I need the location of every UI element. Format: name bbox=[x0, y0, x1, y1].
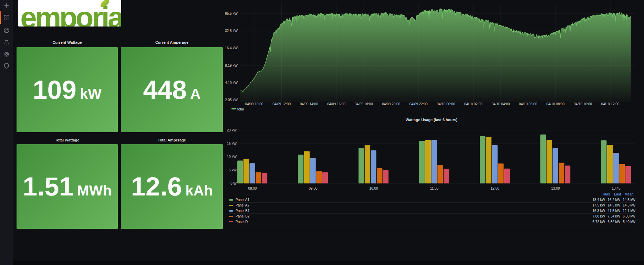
bar-panel-d[interactable] bbox=[444, 169, 449, 184]
bar-chart-title[interactable]: Wattage Usage (last 6 hours) bbox=[223, 118, 640, 122]
gear-icon bbox=[3, 51, 10, 58]
panel-title-total-wattage[interactable]: Total Wattage bbox=[17, 138, 118, 143]
bar-y-axis: 0 W5 kW10 kW15 kW20 kW bbox=[227, 128, 237, 186]
dashboard: emporia Current Wattage Current Amperage… bbox=[0, 0, 644, 265]
series-mean: 6.38 kW bbox=[620, 214, 635, 218]
bar-panel-b1[interactable] bbox=[432, 140, 437, 183]
bar-panel-b2[interactable] bbox=[316, 171, 322, 183]
legend-row-panel-a1[interactable]: Panel A118.4 kW16.2 kW14.5 kW bbox=[229, 197, 635, 202]
svg-text:13:00: 13:00 bbox=[551, 187, 560, 190]
bar-chart[interactable]: 0 W5 kW10 kW15 kW20 kW08:0009:0010:0011:… bbox=[223, 123, 640, 191]
bar-panel-d[interactable] bbox=[262, 173, 267, 183]
series-swatch bbox=[229, 210, 233, 212]
svg-text:04/10 04:00: 04/10 04:00 bbox=[491, 102, 510, 106]
legend-sort-last[interactable]: Last bbox=[614, 192, 625, 196]
stat-panel-total-amperage: 12.6kAh bbox=[121, 144, 223, 229]
bar-panel-b2[interactable] bbox=[377, 168, 382, 183]
bar-panel-a2[interactable] bbox=[607, 145, 613, 183]
series-swatch bbox=[229, 205, 233, 206]
logo-panel: emporia bbox=[18, 0, 121, 26]
sidebar-item-admin[interactable] bbox=[0, 61, 13, 71]
bar-panel-a1[interactable] bbox=[359, 148, 364, 183]
timeseries-chart[interactable]: 65.5 kW32.8 kW16.4 kW8.19 kW4.10 kW2.05 … bbox=[223, 0, 640, 114]
bar-panel-a1[interactable] bbox=[237, 161, 243, 184]
logo-text-1: empor bbox=[20, 1, 101, 26]
svg-text:08:00: 08:00 bbox=[248, 187, 257, 190]
series-name: Panel D bbox=[236, 220, 590, 224]
svg-text:04/09 14:00: 04/09 14:00 bbox=[300, 102, 318, 106]
bar-panel-a2[interactable] bbox=[486, 137, 491, 183]
sidebar-item-create[interactable] bbox=[0, 1, 13, 10]
svg-text:8.19 kW: 8.19 kW bbox=[225, 64, 238, 67]
bell-icon bbox=[3, 39, 10, 46]
svg-text:04/10 12:00: 04/10 12:00 bbox=[601, 102, 620, 106]
sidebar-item-dashboards[interactable] bbox=[0, 13, 13, 22]
svg-text:2.05 kW: 2.05 kW bbox=[225, 98, 238, 102]
series-last: 7.34 kW bbox=[605, 214, 620, 218]
sidebar-item-explore[interactable] bbox=[0, 25, 13, 35]
svg-text:11:00: 11:00 bbox=[430, 187, 439, 190]
bar-panel-b1[interactable] bbox=[310, 158, 316, 183]
legend-sort-mean[interactable]: Mean bbox=[625, 192, 635, 196]
ts-y-axis: 65.5 kW32.8 kW16.4 kW8.19 kW4.10 kW2.05 … bbox=[225, 12, 238, 102]
legend-sort-max[interactable]: Max bbox=[603, 192, 614, 196]
legend-row-panel-a2[interactable]: Panel A217.5 kW14.5 kW14.3 kW bbox=[229, 202, 635, 208]
bar-panel-a2[interactable] bbox=[547, 140, 552, 183]
svg-text:10:00: 10:00 bbox=[369, 187, 378, 190]
bar-panel-b2[interactable] bbox=[437, 165, 443, 183]
panel-title-current-wattage[interactable]: Current Wattage bbox=[17, 40, 118, 45]
bar-panel-d[interactable] bbox=[322, 172, 328, 184]
panel-title-current-amperage[interactable]: Current Amperage bbox=[121, 40, 223, 45]
bar-panel-b1[interactable] bbox=[492, 145, 498, 183]
bar-panel-b2[interactable] bbox=[498, 163, 503, 183]
svg-text:04/09 12:00: 04/09 12:00 bbox=[272, 102, 291, 106]
sidebar-item-configuration[interactable] bbox=[0, 50, 13, 59]
bar-panel-a2[interactable] bbox=[425, 140, 431, 183]
legend-row-panel-b2[interactable]: Panel B27.80 kW7.34 kW6.38 kW bbox=[229, 213, 635, 219]
bar-panel-d[interactable] bbox=[625, 166, 631, 183]
bar-panel-b2[interactable] bbox=[256, 172, 261, 184]
sidebar-item-alerting[interactable] bbox=[0, 38, 13, 47]
bar-panel-a1[interactable] bbox=[480, 136, 485, 183]
legend-row-panel-b1[interactable]: Panel B116.3 kW11.5 kW12.1 kW bbox=[229, 208, 635, 213]
series-name: Panel B1 bbox=[236, 209, 590, 213]
svg-text:04/09 10:00: 04/09 10:00 bbox=[245, 102, 263, 106]
series-max: 18.4 kW bbox=[590, 198, 605, 202]
bar-panel-b2[interactable] bbox=[559, 163, 564, 183]
legend-row-panel-d[interactable]: Panel D6.72 kW6.52 kW5.40 kW bbox=[229, 219, 635, 224]
bar-panel-a2[interactable] bbox=[365, 145, 370, 183]
bar-panel-a2[interactable] bbox=[243, 159, 249, 183]
bar-chart-legend: MaxLastMeanPanel A118.4 kW16.2 kW14.5 kW… bbox=[229, 191, 635, 224]
svg-text:04/10 08:00: 04/10 08:00 bbox=[547, 102, 565, 106]
bar-panel-d[interactable] bbox=[504, 169, 510, 183]
svg-text:10 kW: 10 kW bbox=[227, 155, 237, 159]
bar-panel-b1[interactable] bbox=[250, 163, 255, 183]
ts-legend[interactable]: total bbox=[231, 107, 244, 111]
bar-panel-a1[interactable] bbox=[298, 155, 303, 184]
stat-unit: A bbox=[190, 87, 200, 101]
bottom-strip bbox=[13, 261, 644, 265]
series-last: 11.5 kW bbox=[605, 209, 620, 213]
series-area bbox=[240, 9, 631, 102]
bar-panel-a1[interactable] bbox=[601, 140, 606, 183]
svg-text:12:00: 12:00 bbox=[490, 187, 499, 190]
bar-panel-d[interactable] bbox=[565, 166, 570, 183]
ts-x-axis: 04/09 10:0004/09 12:0004/09 14:0004/09 1… bbox=[245, 102, 620, 106]
bar-panel-b2[interactable] bbox=[619, 164, 625, 183]
bar-panel-a1[interactable] bbox=[540, 135, 546, 183]
apps-icon bbox=[3, 14, 10, 21]
bar-panel-a2[interactable] bbox=[304, 151, 310, 184]
bar-panel-b1[interactable] bbox=[553, 148, 558, 183]
svg-text:04/10 00:00: 04/10 00:00 bbox=[437, 102, 455, 106]
bar-panel-b1[interactable] bbox=[371, 150, 376, 183]
plus-icon bbox=[3, 2, 10, 9]
stat-unit: MWh bbox=[77, 183, 112, 198]
series-last: 6.52 kW bbox=[605, 220, 620, 224]
series-max: 6.72 kW bbox=[590, 220, 605, 224]
series-name: Panel B2 bbox=[236, 214, 590, 218]
bar-panel-b1[interactable] bbox=[613, 153, 619, 183]
bar-panel-d[interactable] bbox=[383, 170, 388, 183]
series-name: Panel A1 bbox=[236, 198, 590, 202]
bar-panel-a1[interactable] bbox=[419, 141, 425, 183]
panel-title-total-amperage[interactable]: Total Amperage bbox=[121, 138, 223, 143]
